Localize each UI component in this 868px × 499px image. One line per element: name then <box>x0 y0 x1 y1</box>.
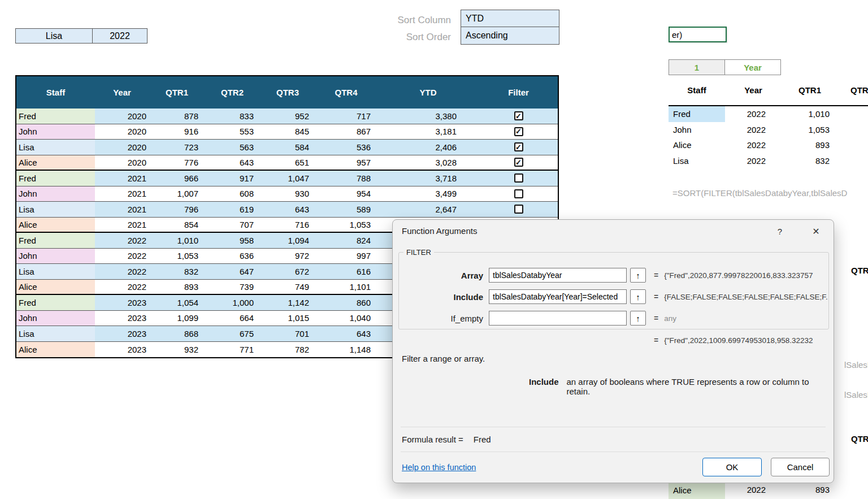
equals-sign: = <box>654 314 658 323</box>
filter-checkbox[interactable] <box>514 127 523 136</box>
staff-selector-cell[interactable]: Lisa <box>16 29 93 43</box>
sort-order-value-cell[interactable]: Ascending <box>461 27 559 44</box>
staff-cell: Alice <box>16 280 95 294</box>
qtr4-cell: 1,101 <box>315 282 377 292</box>
dialog-help-icon[interactable]: ? <box>772 224 787 238</box>
table-row: Fred20208788339527173,380 <box>16 109 558 124</box>
staff-cell: Alice <box>16 155 95 170</box>
equals-sign: = <box>654 336 658 345</box>
ytd-cell: 3,028 <box>377 158 479 167</box>
year-cell: 2020 <box>95 142 149 152</box>
staff-cell: John <box>16 311 95 326</box>
cutoff-formula-text-2: lSalesD <box>844 390 868 400</box>
staff-cell: Lisa <box>16 264 95 279</box>
qtr3-cell: 845 <box>260 127 315 136</box>
qtr4-cell: 1,053 <box>315 220 377 229</box>
qtr3-cell: 972 <box>260 251 315 261</box>
filter-checkbox[interactable] <box>514 142 523 151</box>
staff-cell: John <box>16 249 95 264</box>
year-selector-cell[interactable]: 2022 <box>93 29 147 43</box>
year-cell: 2023 <box>95 298 149 307</box>
filter-cell <box>479 142 558 151</box>
qtr2-cell: 707 <box>205 220 260 229</box>
qtr2-cell: 608 <box>205 189 260 198</box>
qtr1-cell: 1,053 <box>149 251 205 261</box>
qtr3-cell: 1,094 <box>260 236 315 245</box>
qtr4-cell: 1,148 <box>315 345 377 354</box>
overall-result-row: = {"Fred",2022,1009.69974953018,958.3223… <box>654 336 819 345</box>
qtr1-cell: 1,099 <box>149 313 205 323</box>
qtr2-cell: 563 <box>205 142 260 152</box>
active-edit-cell[interactable]: er) <box>669 27 727 42</box>
year-cell: 2020 <box>95 111 149 121</box>
result-table-header-row: StaffYearQTR1QTR <box>669 75 868 106</box>
qtr1-cell: 1,054 <box>149 298 205 307</box>
array-field-row: Array ↑ = {"Fred",2020,877.99978220016,8… <box>393 268 834 283</box>
cutoff-column-header-top: QTR <box>851 266 868 275</box>
qtr1-cell: 1,053 <box>782 125 838 134</box>
include-input[interactable] <box>489 289 627 304</box>
sort-column-value-cell[interactable]: YTD <box>461 10 559 27</box>
ifempty-field-row: If_empty ↑ = any <box>393 311 834 326</box>
filter-checkbox[interactable] <box>514 189 523 198</box>
column-header-staff: Staff <box>16 76 95 109</box>
cutoff-formula-text-1: lSalesD <box>844 360 868 370</box>
ok-button[interactable]: OK <box>702 458 762 476</box>
qtr4-cell: 536 <box>315 142 377 152</box>
sort-index-cell[interactable]: 1 <box>669 59 725 75</box>
year-cell: 2020 <box>95 158 149 167</box>
ytd-cell: 2,647 <box>377 205 479 214</box>
staff-cell: Lisa <box>669 153 725 169</box>
formula-result-value: Fred <box>474 435 491 444</box>
result-table-row: Lisa2022832 <box>669 153 868 169</box>
sort-column-name-cell[interactable]: Year <box>724 59 781 75</box>
qtr4-cell: 616 <box>315 267 377 276</box>
qtr1-cell: 893 <box>149 282 205 292</box>
dialog-close-icon[interactable]: ✕ <box>809 224 823 238</box>
dialog-title: Function Arguments <box>402 226 477 236</box>
qtr2-cell: 833 <box>205 111 260 121</box>
staff-cell: Lisa <box>16 326 95 341</box>
filter-checkbox[interactable] <box>514 158 523 167</box>
qtr4-cell: 788 <box>315 173 377 183</box>
filter-checkbox[interactable] <box>514 173 523 183</box>
qtr3-cell: 672 <box>260 267 315 276</box>
function-description: Filter a range or array. <box>402 354 485 363</box>
column-header-qtr2: QTR2 <box>205 88 260 97</box>
ifempty-refedit-button[interactable]: ↑ <box>630 311 646 326</box>
filter-cell <box>479 189 558 198</box>
qtr3-cell: 716 <box>260 220 315 229</box>
qtr1-cell: 868 <box>149 329 205 339</box>
function-arguments-dialog: Function Arguments ? ✕ FILTER Array ↑ = … <box>392 219 834 483</box>
array-refedit-button[interactable]: ↑ <box>630 268 646 283</box>
staff-cell: Fred <box>669 106 725 122</box>
qtr3-cell: 749 <box>260 282 315 292</box>
sort-filter-formula-text: =SORT(FILTER(tblSalesDatabyYear,tblSales… <box>672 188 868 198</box>
qtr3-cell: 930 <box>260 189 315 198</box>
qtr1-cell: 832 <box>149 267 205 276</box>
table-row: John20209165538458673,181 <box>16 124 558 140</box>
qtr1-cell: 878 <box>149 111 205 121</box>
column-header-qtr3: QTR3 <box>260 88 315 97</box>
cancel-button[interactable]: Cancel <box>771 458 830 476</box>
qtr1-cell: 966 <box>149 173 205 183</box>
ifempty-result-preview: any <box>664 314 834 323</box>
divider <box>401 452 826 452</box>
column-header-ytd: YTD <box>377 88 479 97</box>
result-column-header-qtr1: QTR1 <box>782 85 838 95</box>
include-refedit-button[interactable]: ↑ <box>630 289 646 304</box>
array-result-preview: {"Fred",2020,877.99978220016,833.323757 <box>664 271 834 280</box>
qtr2-cell: 636 <box>205 251 260 261</box>
ifempty-input[interactable] <box>489 311 627 326</box>
include-result-preview: {FALSE;FALSE;FALSE;FALSE;FALSE;FALSE;F. <box>664 293 834 301</box>
help-link[interactable]: Help on this function <box>402 463 476 472</box>
qtr3-cell: 643 <box>260 205 315 214</box>
array-input[interactable] <box>489 268 627 283</box>
year-cell: 2022 <box>95 251 149 261</box>
filter-checkbox[interactable] <box>514 111 523 120</box>
qtr3-cell: 701 <box>260 329 315 339</box>
qtr2-cell: 643 <box>205 158 260 167</box>
qtr3-cell: 952 <box>260 111 315 121</box>
filter-cell <box>479 127 558 136</box>
filter-checkbox[interactable] <box>514 205 523 214</box>
